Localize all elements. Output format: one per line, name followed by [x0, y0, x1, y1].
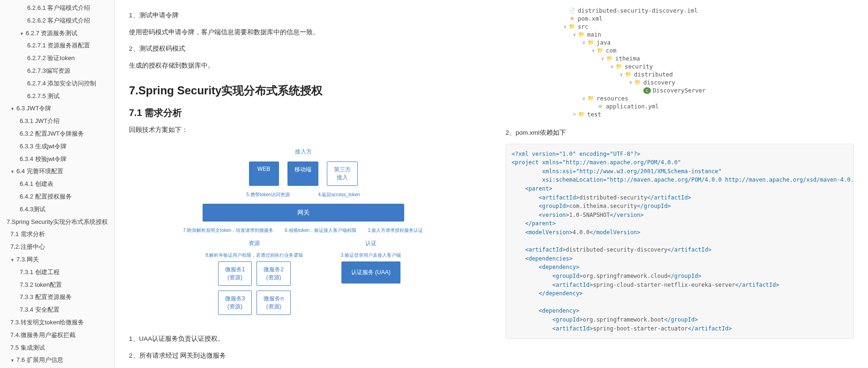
folder-icon: 📁	[587, 95, 595, 102]
resource-group-label: 资源	[249, 239, 260, 247]
toc-item[interactable]: 7.3.网关	[0, 253, 114, 266]
content-area: 1、测试申请令牌 使用密码模式申请令牌，客户端信息需要和数据库中的信息一致。 2…	[115, 0, 868, 368]
chevron-icon[interactable]: ∨	[599, 56, 606, 61]
box-ms2: 微服务2 (资源)	[257, 261, 291, 286]
arrow-8: 8.解析并验证用户权限，若通过则执行业务逻辑	[205, 252, 303, 259]
box-msn: 微服务n (资源)	[257, 291, 291, 315]
tree-row[interactable]: cDiscoveryServer	[506, 86, 854, 94]
arrow-1: 1.接入方请求授权服务认证	[368, 227, 423, 234]
access-group-label: 接入方	[134, 148, 473, 156]
para-pom: 2、pom.xml依赖如下	[506, 127, 854, 139]
heading-7-1: 7.1 需求分析	[129, 107, 477, 119]
toc-item[interactable]: 6.3.2 配置JWT令牌服务	[0, 128, 114, 140]
toc-item[interactable]: 7.5 集成测试	[0, 342, 114, 354]
toc-item[interactable]: 6.4.3测试	[0, 203, 114, 216]
tree-row[interactable]: >📁test	[506, 110, 854, 118]
tree-row[interactable]: ∨📁itheima	[506, 54, 854, 62]
tree-row[interactable]: ∨📁security	[506, 62, 854, 70]
tree-row[interactable]: ∨📁java	[506, 38, 854, 46]
chevron-icon[interactable]: ∨	[581, 40, 587, 45]
box-ms3: 微服务3 (资源)	[218, 291, 252, 315]
folder-icon: 📁	[606, 55, 613, 62]
para: 使用密码模式申请令牌，客户端信息需要和数据库中的信息一致。	[129, 26, 477, 38]
para: 1、测试申请令牌	[129, 9, 477, 22]
tree-label: distributed-security-discovery.iml	[578, 7, 698, 14]
toc-item[interactable]: 6.3 JWT令牌	[0, 102, 114, 115]
folder-icon: 📁	[625, 71, 632, 78]
toc-item[interactable]: 7.3.转发明文token给微服务	[0, 316, 114, 329]
chevron-icon[interactable]: ∨	[609, 64, 615, 69]
file-icon: ⚙	[596, 103, 604, 110]
chevron-icon[interactable]: >	[571, 112, 578, 117]
tree-label: pom.xml	[578, 15, 603, 22]
tree-row[interactable]: mpom.xml	[506, 15, 854, 23]
tree-label: resources	[596, 95, 628, 102]
toc-sidebar[interactable]: 6.2.6.1 客户端模式介绍6.2.6.2 客户端模式介绍6.2.7 资源服务…	[0, 0, 115, 368]
chevron-icon[interactable]: ∨	[571, 32, 578, 37]
right-column: 📄distributed-security-discovery.imlmpom.…	[491, 0, 868, 368]
toc-item[interactable]: 6.2.7.3编写资源	[0, 65, 114, 77]
chevron-icon[interactable]: ∨	[618, 72, 625, 77]
toc-item[interactable]: 7.2.注册中心	[0, 241, 114, 253]
tree-row[interactable]: ∨📁distributed	[506, 70, 854, 78]
folder-icon: 📁	[568, 23, 576, 30]
toc-item[interactable]: 6.4.1 创建表	[0, 178, 114, 191]
tree-row[interactable]: ∨📁resources	[506, 94, 854, 102]
folder-icon: 📁	[587, 39, 595, 46]
toc-item[interactable]: 6.2.7.4 添加安全访问控制	[0, 77, 114, 90]
tree-label: security	[625, 63, 653, 70]
toc-item[interactable]: 7.1 需求分析	[0, 228, 114, 241]
toc-item[interactable]: 6.4.2 配置授权服务	[0, 191, 114, 203]
folder-icon: 📁	[578, 31, 585, 38]
toc-item[interactable]: 7.3.3 配置资源服务	[0, 291, 114, 304]
chevron-icon[interactable]: ∨	[581, 96, 587, 101]
arrow-5: 5.携带token访问资源	[246, 192, 290, 198]
toc-item[interactable]: 7.6 扩展用户信息	[0, 354, 114, 367]
tree-row[interactable]: ∨📁main	[506, 31, 854, 38]
box-thirdparty: 第三方 接入	[327, 161, 358, 186]
file-icon: m	[568, 15, 576, 22]
para: 生成的授权存储到数据库中。	[129, 60, 477, 72]
arrow-6: 6.校验token，验证接入客户端权限	[285, 227, 356, 234]
toc-item[interactable]: 6.2.6.1 客户端模式介绍	[0, 2, 114, 15]
toc-item[interactable]: 7.4.微服务用户鉴权拦截	[0, 329, 114, 342]
tree-label: main	[587, 31, 601, 38]
tree-row[interactable]: ∨📁src	[506, 23, 854, 31]
para: 2、测试授权码模式	[129, 43, 477, 55]
toc-item[interactable]: 6.2.7.5 测试	[0, 90, 114, 103]
toc-item[interactable]: 7.3.1 创建工程	[0, 266, 114, 279]
box-web: WEB	[249, 161, 279, 186]
toc-item[interactable]: 6.2.7 资源服务测试	[0, 27, 114, 40]
file-icon: 📄	[568, 8, 576, 14]
project-tree[interactable]: 📄distributed-security-discovery.imlmpom.…	[506, 7, 854, 118]
tree-label: distributed	[634, 71, 673, 78]
toc-item[interactable]: 6.3.1 JWT介绍	[0, 115, 114, 128]
tree-row[interactable]: ∨📁com	[506, 46, 854, 54]
toc-item[interactable]: 6.2.6.2 客户端模式介绍	[0, 15, 114, 27]
para: 回顾技术方案如下：	[129, 124, 477, 136]
chevron-icon[interactable]: ∨	[590, 48, 596, 53]
tree-row[interactable]: ⚙application.yml	[506, 102, 854, 110]
toc-item[interactable]: 6.2.7.2 验证token	[0, 52, 114, 65]
toc-item[interactable]: 7.Spring Security实现分布式系统授权	[0, 216, 114, 229]
heading-7: 7.Spring Security实现分布式系统授权	[129, 83, 477, 98]
toc-item[interactable]: 6.4 完善环境配置	[0, 165, 114, 178]
tree-label: itheima	[615, 55, 640, 62]
folder-icon: 📁	[596, 47, 604, 54]
code-block-pom[interactable]: <?xml version="1.0" encoding="UTF-8"?> <…	[506, 144, 854, 339]
box-ms1: 微服务1 (资源)	[218, 261, 252, 286]
folder-icon: 📁	[578, 111, 585, 118]
bullet-1: 1、UAA认证服务负责认证授权。	[129, 333, 477, 345]
toc-item[interactable]: 7.3.4 安全配置	[0, 304, 114, 316]
chevron-icon[interactable]: ∨	[562, 24, 568, 29]
tree-row[interactable]: ∨📁discovery	[506, 78, 854, 86]
toc-item[interactable]: 6.3.3 生成jwt令牌	[0, 140, 114, 153]
toc-item[interactable]: 7.3.2 token配置	[0, 279, 114, 291]
box-gateway: 网关	[203, 204, 404, 222]
tree-row[interactable]: 📄distributed-security-discovery.iml	[506, 7, 854, 15]
toc-item[interactable]: 6.3.4 校验jwt令牌	[0, 153, 114, 166]
chevron-icon[interactable]: ∨	[627, 80, 634, 85]
arrow-7: 7.附加解析后明文token，转发请求到微服务	[183, 227, 274, 234]
toc-item[interactable]: 6.2.7.1 资源服务器配置	[0, 39, 114, 52]
folder-icon: 📁	[634, 79, 642, 86]
